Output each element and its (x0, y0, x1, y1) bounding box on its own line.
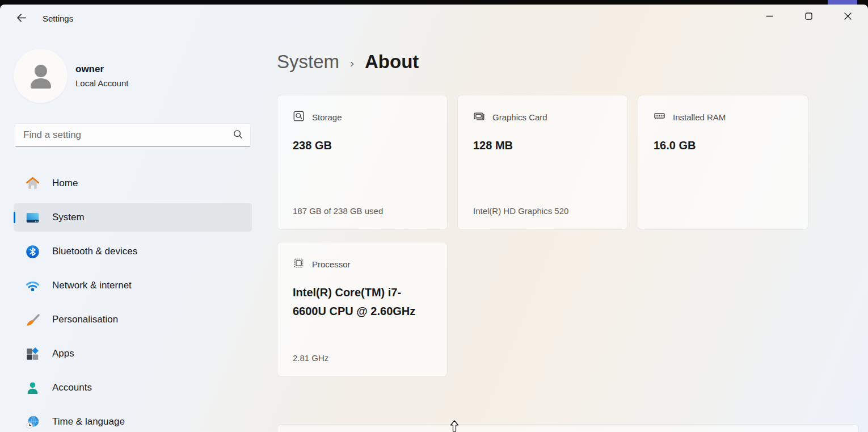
processor-card[interactable]: Processor Intel(R) Core(TM) i7-6600U CPU… (277, 242, 448, 377)
card-detail: Intel(R) HD Graphics 520 (473, 206, 613, 216)
sidebar-item-label: Accounts (52, 382, 92, 393)
card-label: Processor (312, 259, 351, 269)
back-button[interactable] (11, 10, 31, 27)
system-icon (25, 210, 40, 225)
sidebar-item-home[interactable]: Home (14, 169, 252, 198)
window-controls (751, 5, 866, 27)
search-input[interactable] (23, 129, 233, 141)
person-icon (26, 61, 56, 91)
graphics-card-card[interactable]: Graphics Card 128 MB Intel(R) HD Graphic… (457, 95, 628, 230)
mouse-cursor-up-arrow (449, 420, 460, 432)
card-label: Graphics Card (492, 112, 547, 122)
card-detail: 2.81 GHz (293, 353, 432, 363)
card-value: 16.0 GB (654, 136, 793, 155)
close-button[interactable] (829, 5, 866, 27)
user-account-type: Local Account (75, 78, 128, 88)
sidebar-item-apps[interactable]: Apps (14, 339, 252, 368)
accounts-icon (25, 380, 40, 396)
search-box[interactable] (15, 123, 251, 147)
breadcrumb-system[interactable]: System (277, 51, 339, 73)
card-value: 238 GB (293, 136, 432, 155)
apps-icon (25, 346, 40, 362)
sidebar-item-label: Apps (52, 348, 74, 359)
card-value: 128 MB (473, 136, 613, 155)
processor-icon (293, 257, 305, 271)
user-name: owner (75, 64, 128, 75)
card-label: Storage (312, 112, 342, 122)
sidebar-item-label: Network & internet (52, 280, 132, 291)
sidebar: owner Local Account Ho (0, 33, 261, 432)
minimize-button[interactable] (751, 5, 788, 27)
back-arrow-icon (15, 12, 27, 26)
card-detail: 187 GB of 238 GB used (293, 206, 432, 216)
taskbar-accent-strip (828, 0, 857, 5)
card-label: Installed RAM (673, 112, 726, 122)
home-icon (25, 176, 40, 191)
graphics-card-icon (473, 110, 485, 124)
time-language-icon (25, 414, 40, 430)
storage-icon (293, 110, 305, 124)
sidebar-item-personalisation[interactable]: Personalisation (14, 305, 252, 334)
sidebar-item-label: Personalisation (52, 314, 118, 325)
ram-icon (654, 110, 665, 124)
sidebar-nav: Home System (14, 169, 252, 432)
device-specs-expander-partial[interactable] (277, 424, 859, 432)
sidebar-item-bluetooth-devices[interactable]: Bluetooth & devices (14, 237, 252, 266)
bluetooth-icon (25, 244, 40, 259)
page-title: About (365, 51, 419, 73)
spec-cards: Storage 238 GB 187 GB of 238 GB used Gra… (277, 95, 810, 377)
sidebar-item-label: Home (52, 178, 78, 189)
sidebar-item-system[interactable]: System (14, 203, 252, 232)
sidebar-item-accounts[interactable]: Accounts (14, 374, 252, 402)
network-icon (25, 278, 40, 293)
avatar (14, 49, 68, 103)
sidebar-item-label: System (52, 212, 85, 223)
sidebar-item-network-internet[interactable]: Network & internet (14, 271, 252, 300)
installed-ram-card[interactable]: Installed RAM 16.0 GB (638, 95, 808, 230)
window-title: Settings (43, 14, 73, 23)
title-bar: Settings (0, 5, 868, 33)
maximize-button[interactable] (790, 5, 827, 27)
breadcrumb: System › About (277, 51, 419, 73)
card-detail (654, 206, 793, 216)
personalisation-icon (25, 312, 40, 328)
sidebar-item-label: Bluetooth & devices (52, 246, 137, 257)
settings-window: Settings owner Local Account (0, 5, 868, 432)
search-icon (233, 129, 243, 142)
storage-card[interactable]: Storage 238 GB 187 GB of 238 GB used (277, 95, 448, 230)
chevron-right-icon: › (350, 56, 354, 70)
sidebar-item-time-language[interactable]: Time & language (14, 408, 252, 432)
selection-indicator (14, 212, 15, 223)
card-value: Intel(R) Core(TM) i7-6600U CPU @ 2.60GHz (293, 283, 432, 321)
sidebar-item-label: Time & language (52, 416, 125, 427)
user-account-row[interactable]: owner Local Account (14, 49, 128, 103)
